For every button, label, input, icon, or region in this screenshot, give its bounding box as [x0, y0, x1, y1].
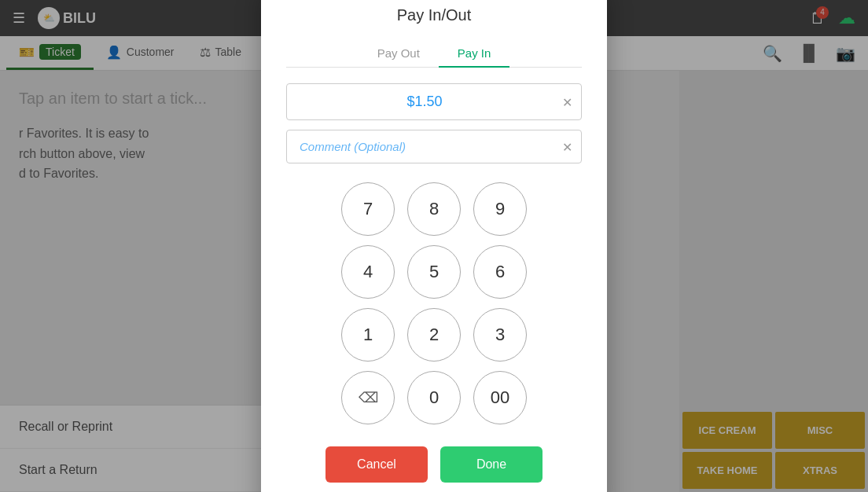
pay-in-out-modal: Pay In/Out Pay Out Pay In ✕ ✕ 7 8 9 4 5	[261, 0, 607, 492]
numpad-row-3: 1 2 3	[341, 308, 527, 362]
tab-pay-in[interactable]: Pay In	[439, 40, 510, 68]
tab-pay-out[interactable]: Pay Out	[359, 40, 439, 68]
numpad: 7 8 9 4 5 6 1 2 3 ⌫ 0 00	[286, 182, 582, 424]
numpad-7[interactable]: 7	[341, 182, 395, 236]
comment-input-wrap: ✕	[286, 130, 582, 163]
numpad-row-2: 4 5 6	[341, 245, 527, 299]
modal-tabs: Pay Out Pay In	[286, 40, 582, 68]
numpad-9[interactable]: 9	[473, 182, 527, 236]
numpad-2[interactable]: 2	[407, 308, 461, 362]
numpad-1[interactable]: 1	[341, 308, 395, 362]
comment-clear-icon[interactable]: ✕	[562, 139, 572, 154]
numpad-00[interactable]: 00	[473, 371, 527, 424]
modal-title: Pay In/Out	[286, 6, 582, 24]
comment-input[interactable]	[286, 130, 582, 163]
amount-clear-icon[interactable]: ✕	[562, 94, 572, 109]
amount-input[interactable]	[286, 83, 582, 120]
numpad-row-4: ⌫ 0 00	[341, 371, 527, 424]
numpad-8[interactable]: 8	[407, 182, 461, 236]
amount-input-wrap: ✕	[286, 83, 582, 120]
modal-overlay: Pay In/Out Pay Out Pay In ✕ ✕ 7 8 9 4 5	[0, 0, 868, 492]
numpad-backspace[interactable]: ⌫	[341, 371, 395, 424]
numpad-row-1: 7 8 9	[341, 182, 527, 236]
cancel-button[interactable]: Cancel	[326, 446, 428, 483]
modal-actions: Cancel Done	[286, 446, 582, 483]
numpad-6[interactable]: 6	[473, 245, 527, 299]
numpad-5[interactable]: 5	[407, 245, 461, 299]
numpad-4[interactable]: 4	[341, 245, 395, 299]
numpad-0[interactable]: 0	[407, 371, 461, 424]
done-button[interactable]: Done	[440, 446, 542, 483]
numpad-3[interactable]: 3	[473, 308, 527, 362]
